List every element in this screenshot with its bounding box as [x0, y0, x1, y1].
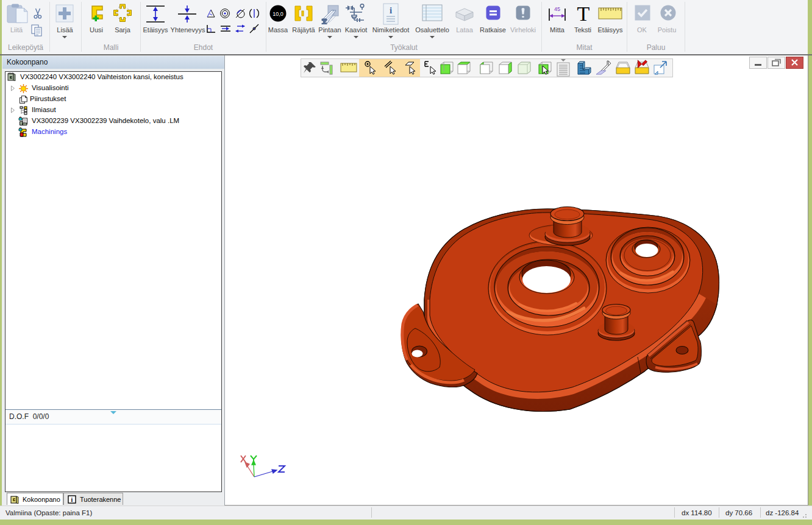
svg-text:i: i — [390, 5, 392, 15]
svg-text:10,0: 10,0 — [272, 11, 283, 17]
svg-text:i: i — [71, 496, 73, 503]
svg-text:T: T — [577, 4, 590, 24]
svg-text:45: 45 — [554, 6, 560, 12]
